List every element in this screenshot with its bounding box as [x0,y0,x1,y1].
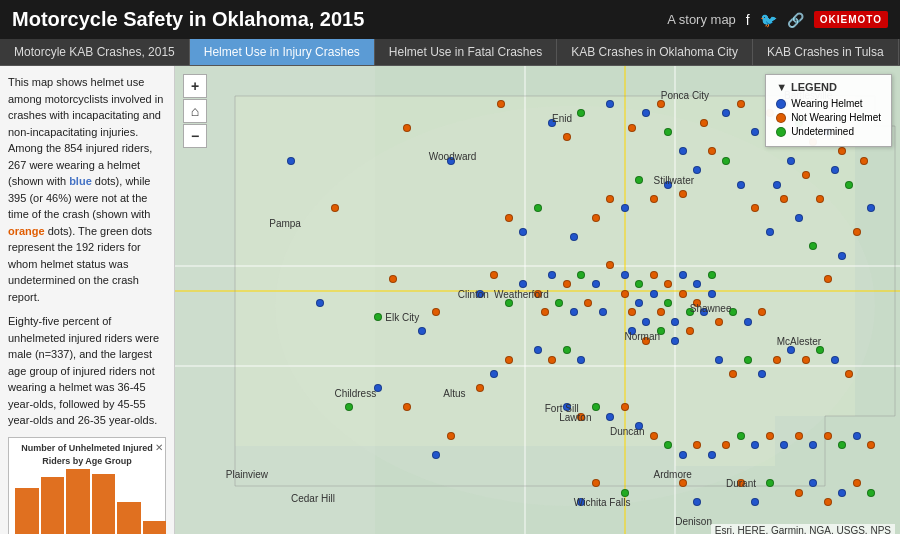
city-label: Elk City [385,312,419,323]
zoom-out-button[interactable]: − [183,124,207,148]
chevron-down-icon: ▼ [776,81,787,93]
twitter-icon[interactable]: 🐦 [760,12,777,28]
app-header: Motorcycle Safety in Oklahoma, 2015 A st… [0,0,900,39]
city-label: Cedar Hill [291,493,335,504]
nav-tabs: Motorcyle KAB Crashes, 2015Helmet Use in… [0,39,900,66]
city-label: Weatherford [494,289,549,300]
city-label: Plainview [226,469,268,480]
city-label: Childress [335,388,377,399]
bar [66,469,90,534]
nav-tab-tab5[interactable]: KAB Crashes in Tulsa [753,39,899,65]
main-content: This map shows helmet use among motorcyc… [0,66,900,534]
city-label: Duncan [610,426,644,437]
link-icon[interactable]: 🔗 [787,12,804,28]
page-title: Motorcycle Safety in Oklahoma, 2015 [12,8,364,31]
bar [41,477,65,534]
close-chart-button[interactable]: ✕ [155,440,163,455]
bar-chart: 16-2526-3536-4545-5556-6566+ [13,472,168,535]
bar-group: 36-45 [66,469,90,534]
bar [15,488,39,534]
legend-item: Not Wearing Helmet [776,112,881,123]
map-controls: + ⌂ − [183,74,207,148]
city-label: Clinton [458,289,489,300]
city-label: Denison [675,516,712,527]
legend-title: ▼ LEGEND [776,81,881,93]
chart-box: ✕ Number of Unhelmeted Injured Riders by… [8,437,166,535]
bar-group: 56-65 [117,502,141,534]
nav-tab-tab2[interactable]: Helmet Use in Injury Crashes [190,39,375,65]
map-container[interactable]: WoodwardEnidStillwaterPonca CityBartlesv… [175,66,900,534]
legend-label: Wearing Helmet [791,98,863,109]
legend-dot [776,99,786,109]
city-label: Ponca City [661,90,709,101]
bar [143,521,167,534]
bar-group: 45-55 [92,474,116,534]
nav-tab-tab4[interactable]: KAB Crashes in Oklahoma City [557,39,753,65]
zoom-in-button[interactable]: + [183,74,207,98]
legend-label: Not Wearing Helmet [791,112,881,123]
header-right: A story map f 🐦 🔗 OKIEMOTO [667,11,888,28]
bar [117,502,141,534]
legend-dot [776,113,786,123]
chart-area: 16-2526-3536-4545-5556-6566+ [13,472,168,535]
city-label: Pampa [269,218,301,229]
okiemoto-logo: OKIEMOTO [814,11,888,28]
city-label: Altus [443,388,465,399]
description-paragraph-1: This map shows helmet use among motorcyc… [8,74,166,305]
city-label: McAlester [777,336,821,347]
city-label: Shawnee [690,303,732,314]
city-label: Enid [552,113,572,124]
story-map-label: A story map [667,12,736,27]
legend-label: Undetermined [791,126,854,137]
city-label: Lawton [559,412,591,423]
city-label: Wichita Falls [574,497,631,508]
bar-group: 66+ [143,521,167,534]
bar-group: 16-25 [15,488,39,534]
left-panel: This map shows helmet use among motorcyc… [0,66,175,534]
map-attribution: Esri, HERE, Garmin, NGA, USGS, NPS [711,524,895,534]
city-label: Stillwater [654,175,695,186]
city-label: Fort Sill [545,403,579,414]
chart-title: Number of Unhelmeted Injured Riders by A… [13,442,161,469]
city-label: Durant [726,478,756,489]
zoom-home-button[interactable]: ⌂ [183,99,207,123]
city-label: Norman [625,331,661,342]
nav-tab-tab3[interactable]: Helmet Use in Fatal Crashes [375,39,557,65]
city-label: Woodward [429,151,477,162]
legend-dot [776,127,786,137]
bar-group: 26-35 [41,477,65,534]
bar [92,474,116,534]
legend-item: Wearing Helmet [776,98,881,109]
map-legend: ▼ LEGEND Wearing HelmetNot Wearing Helme… [765,74,892,147]
nav-tab-tab1[interactable]: Motorcyle KAB Crashes, 2015 [0,39,190,65]
legend-items: Wearing HelmetNot Wearing HelmetUndeterm… [776,98,881,137]
city-label: Ardmore [654,469,692,480]
facebook-icon[interactable]: f [746,12,750,28]
description-paragraph-2: Eighty-five percent of unhelmeted injure… [8,313,166,429]
legend-item: Undetermined [776,126,881,137]
